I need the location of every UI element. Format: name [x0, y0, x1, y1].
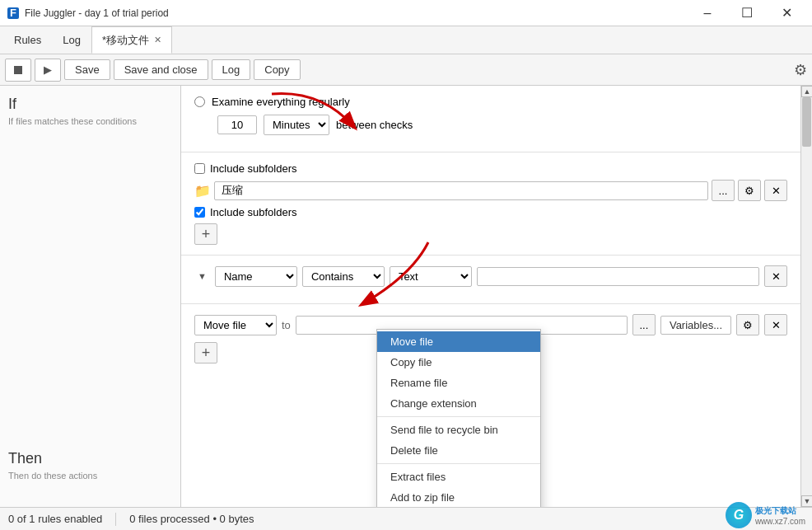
- between-checks-label: between checks: [336, 119, 413, 131]
- include-subfolders-checkbox[interactable]: [194, 163, 205, 174]
- action-settings-button[interactable]: ⚙: [736, 314, 759, 335]
- save-close-button[interactable]: Save and close: [114, 59, 208, 80]
- rules-count-label: 0 of 1 rules enabled: [8, 513, 102, 525]
- tab-bar: Rules Log *移动文件 ✕: [0, 26, 812, 54]
- condition-value-input[interactable]: [477, 267, 759, 286]
- content-area: Examine everything regularly Minutes Hou…: [181, 86, 800, 507]
- action-remove-button[interactable]: ✕: [764, 314, 787, 335]
- folder-section-1: Include subfolders 📁 ... ⚙ ✕ Include sub…: [181, 152, 800, 256]
- tab-close-icon[interactable]: ✕: [154, 35, 161, 45]
- title-bar: F File Juggler - day 1 of trial period –…: [0, 0, 812, 26]
- action-type-select[interactable]: Move file Copy file Delete file: [194, 315, 277, 335]
- toolbar: ▶ Save Save and close Log Copy ⚙: [0, 54, 812, 86]
- watermark-logo: G: [726, 502, 752, 528]
- add-action-button[interactable]: +: [194, 342, 217, 363]
- window-controls: – ☐ ✕: [688, 0, 805, 26]
- tab-moving[interactable]: *移动文件 ✕: [91, 26, 172, 54]
- window-title: File Juggler - day 1 of trial period: [25, 7, 688, 19]
- dropdown-item-delete-file[interactable]: Delete file: [377, 440, 540, 461]
- browse-button[interactable]: ...: [712, 180, 735, 201]
- watermark: G 极光下载站 www.xz7.com: [726, 502, 805, 528]
- dropdown-item-change-ext[interactable]: Change extension: [377, 393, 540, 414]
- dropdown-item-add-zip[interactable]: Add to zip file: [377, 487, 540, 507]
- examine-radio[interactable]: [194, 96, 205, 107]
- condition-field-select[interactable]: Name Size Date: [215, 266, 297, 287]
- play-button[interactable]: ▶: [35, 59, 61, 82]
- condition-remove-button[interactable]: ✕: [764, 265, 787, 287]
- if-section: ▼ Name Size Date Contains Equals Starts …: [181, 256, 800, 304]
- folder-remove-button[interactable]: ✕: [764, 180, 787, 201]
- files-processed-label: 0 files processed • 0 bytes: [129, 513, 254, 525]
- include-subfolders-row: Include subfolders: [194, 162, 787, 175]
- main-area: If If files matches these conditions The…: [0, 86, 812, 507]
- folder-path-input[interactable]: [214, 181, 708, 200]
- include-subfolders2-checkbox[interactable]: [194, 207, 205, 218]
- watermark-site: www.xz7.com: [755, 517, 805, 526]
- dropdown-separator-1: [377, 416, 540, 417]
- app-icon: F: [7, 7, 20, 20]
- folder-settings-button[interactable]: ⚙: [738, 180, 761, 201]
- if-sidebar-section: If If files matches these conditions: [8, 96, 172, 126]
- to-label: to: [282, 319, 291, 331]
- log-button[interactable]: Log: [212, 59, 251, 80]
- settings-gear-button[interactable]: ⚙: [794, 61, 807, 79]
- folder-row: 📁 ... ⚙ ✕: [194, 180, 787, 201]
- schedule-section: Examine everything regularly Minutes Hou…: [181, 86, 800, 152]
- include-subfolders2-row: Include subfolders: [194, 206, 787, 218]
- condition-op-select[interactable]: Contains Equals Starts with: [302, 266, 385, 287]
- minimize-button[interactable]: –: [688, 0, 726, 26]
- interval-input[interactable]: [217, 115, 257, 134]
- dropdown-item-extract-files[interactable]: Extract files: [377, 467, 540, 487]
- dropdown-item-rename-file[interactable]: Rename file: [377, 373, 540, 393]
- include-subfolders2-label[interactable]: Include subfolders: [210, 206, 297, 218]
- watermark-brand: 极光下载站: [755, 505, 805, 517]
- if-subtitle: If files matches these conditions: [8, 116, 172, 126]
- svg-text:F: F: [10, 7, 16, 19]
- dropdown-item-send-recycle[interactable]: Send file to recycle bin: [377, 420, 540, 440]
- examine-label: Examine everything regularly: [212, 96, 350, 108]
- add-folder-button[interactable]: +: [194, 223, 217, 245]
- condition-type-select[interactable]: Text Number: [390, 266, 472, 287]
- dropdown-item-move-file[interactable]: Move file: [377, 331, 540, 352]
- scroll-up-arrow[interactable]: ▲: [801, 86, 812, 97]
- stop-button[interactable]: [5, 59, 31, 82]
- scrollbar: ▲ ▼: [800, 86, 812, 507]
- dropdown-separator-2: [377, 463, 540, 464]
- if-title: If: [8, 96, 172, 113]
- action-browse-button[interactable]: ...: [632, 314, 656, 335]
- tab-rules[interactable]: Rules: [3, 26, 52, 54]
- sidebar: If If files matches these conditions The…: [0, 86, 181, 507]
- then-subtitle: Then do these actions: [8, 471, 172, 481]
- copy-button[interactable]: Copy: [254, 59, 300, 80]
- action-dropdown-menu: Move file Copy file Rename file Change e…: [376, 329, 541, 507]
- variables-button[interactable]: Variables...: [660, 316, 731, 335]
- watermark-text-block: 极光下载站 www.xz7.com: [755, 505, 805, 526]
- include-subfolders-label[interactable]: Include subfolders: [210, 162, 297, 175]
- status-separator: [115, 513, 116, 526]
- interval-unit-select[interactable]: Minutes Hours Days: [264, 115, 329, 135]
- condition-row: ▼ Name Size Date Contains Equals Starts …: [194, 265, 787, 287]
- collapse-arrow[interactable]: ▼: [194, 270, 210, 283]
- examine-row: Examine everything regularly: [194, 96, 787, 108]
- close-button[interactable]: ✕: [768, 0, 805, 26]
- maximize-button[interactable]: ☐: [728, 0, 766, 26]
- dropdown-item-copy-file[interactable]: Copy file: [377, 352, 540, 373]
- scrollbar-track[interactable]: [801, 97, 812, 495]
- status-bar: 0 of 1 rules enabled 0 files processed •…: [0, 507, 812, 530]
- save-button[interactable]: Save: [64, 59, 110, 80]
- scrollbar-thumb[interactable]: [802, 97, 811, 147]
- then-title: Then: [8, 450, 172, 467]
- tab-log[interactable]: Log: [52, 26, 91, 54]
- then-sidebar-section: Then Then do these actions: [8, 450, 172, 481]
- folder-icon: 📁: [194, 183, 211, 199]
- interval-row: Minutes Hours Days between checks: [194, 115, 787, 135]
